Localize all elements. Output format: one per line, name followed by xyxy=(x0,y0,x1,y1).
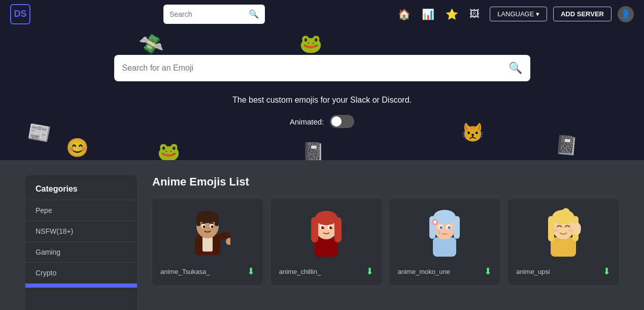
svg-rect-4 xyxy=(196,216,200,226)
floating-emoji-3: 📰 xyxy=(26,120,53,145)
navbar-search-icon: 🔍 xyxy=(249,9,259,19)
floating-emoji-2: 🐸 xyxy=(299,33,322,54)
sidebar-item-pepe[interactable]: Pepe xyxy=(25,200,137,221)
svg-rect-22 xyxy=(433,237,456,257)
svg-point-34 xyxy=(449,229,455,232)
emoji-card-footer-2: anime_moko_une ⬇ xyxy=(398,262,492,277)
sidebar-item-crypto[interactable]: Crypto xyxy=(25,263,137,284)
home-icon[interactable]: 🏠 xyxy=(398,8,411,20)
navbar-right: LANGUAGE ▾ ADD SERVER 👤 xyxy=(490,6,634,22)
svg-point-33 xyxy=(434,229,440,232)
emoji-img-3 xyxy=(540,207,586,258)
navbar-search-container: 🔍 xyxy=(163,5,265,24)
hero-section: 💸 🐸 📰 😊 😾 📓 🐸 📓 🔍 The best custom emojis… xyxy=(0,28,644,160)
svg-rect-15 xyxy=(334,217,342,242)
hero-tagline: The best custom emojis for your Slack or… xyxy=(232,96,412,105)
svg-point-40 xyxy=(552,229,559,232)
svg-rect-1 xyxy=(202,236,213,252)
svg-rect-14 xyxy=(311,217,318,242)
emoji-download-btn-0[interactable]: ⬇ xyxy=(247,266,255,277)
emoji-grid-section: Anime Emojis List xyxy=(152,175,619,310)
emoji-img-1 xyxy=(303,207,349,258)
emoji-card-2[interactable]: anime_moko_une ⬇ xyxy=(390,199,500,285)
emoji-card-name-3: anime_upsi xyxy=(516,268,603,275)
animated-label: Animated: xyxy=(290,117,324,126)
svg-rect-11 xyxy=(315,237,338,257)
sidebar-item-nsfw[interactable]: NSFW(18+) xyxy=(25,221,137,242)
floating-emoji-7: 🐸 xyxy=(157,141,180,160)
emoji-card-3[interactable]: anime_upsi ⬇ xyxy=(508,199,619,285)
navbar-search-wrap: 🔍 xyxy=(41,5,388,24)
language-button[interactable]: LANGUAGE ▾ xyxy=(490,7,547,21)
emoji-card-footer-0: anime_Tsukasa_ ⬇ xyxy=(160,262,255,277)
svg-point-13 xyxy=(315,211,337,225)
emoji-grid-title: Anime Emojis List xyxy=(152,175,619,189)
svg-point-28 xyxy=(433,221,436,224)
sidebar-bottom-bar xyxy=(25,284,137,288)
hero-search-bar: 🔍 xyxy=(114,55,530,81)
emoji-download-btn-1[interactable]: ⬇ xyxy=(366,266,374,277)
floating-emoji-6: 📓 xyxy=(554,134,579,157)
animated-toggle-wrap xyxy=(330,115,354,128)
main-content: Categories Pepe NSFW(18+) Gaming Crypto … xyxy=(0,160,644,310)
svg-rect-26 xyxy=(454,216,460,239)
floating-emoji-5: 😾 xyxy=(461,122,484,143)
navbar: DS 🔍 🏠 📊 ⭐ 🖼 LANGUAGE ▾ ADD SERVER 👤 xyxy=(0,0,644,28)
emoji-img-2 xyxy=(422,207,467,258)
image-icon[interactable]: 🖼 xyxy=(469,8,480,20)
add-server-button[interactable]: ADD SERVER xyxy=(553,7,612,21)
hero-search-input[interactable] xyxy=(122,64,509,73)
emoji-grid: anime_Tsukasa_ ⬇ xyxy=(152,199,619,285)
floating-emoji-1: 💸 xyxy=(137,32,164,58)
stats-icon[interactable]: 📊 xyxy=(422,8,434,20)
svg-point-21 xyxy=(331,227,332,228)
svg-point-32 xyxy=(448,226,451,229)
svg-rect-38 xyxy=(548,216,554,241)
emoji-card-name-1: anime_chillin_ xyxy=(279,268,366,275)
emoji-card-1[interactable]: anime_chillin_ ⬇ xyxy=(271,199,382,285)
svg-point-8 xyxy=(202,226,205,228)
svg-point-9 xyxy=(211,226,213,228)
site-logo[interactable]: DS xyxy=(10,4,30,24)
navbar-search-input[interactable] xyxy=(170,10,245,18)
svg-rect-5 xyxy=(215,216,219,226)
emoji-download-btn-3[interactable]: ⬇ xyxy=(603,266,611,277)
hero-search-icon: 🔍 xyxy=(509,61,522,75)
sidebar-header: Categories xyxy=(25,175,137,200)
emoji-card-name-0: anime_Tsukasa_ xyxy=(160,268,247,275)
sidebar-item-gaming[interactable]: Gaming xyxy=(25,242,137,263)
sidebar: Categories Pepe NSFW(18+) Gaming Crypto xyxy=(25,175,137,310)
svg-point-20 xyxy=(323,227,324,228)
emoji-card-footer-3: anime_upsi ⬇ xyxy=(516,262,611,277)
emoji-card-0[interactable]: anime_Tsukasa_ ⬇ xyxy=(152,199,263,285)
user-avatar[interactable]: 👤 xyxy=(618,6,634,22)
navbar-icons: 🏠 📊 ⭐ 🖼 xyxy=(398,8,480,20)
emoji-img-0 xyxy=(185,207,230,258)
emoji-card-footer-1: anime_chillin_ ⬇ xyxy=(279,262,374,277)
animated-toggle[interactable] xyxy=(330,115,354,128)
emoji-card-name-2: anime_moko_une xyxy=(398,268,485,275)
star-icon[interactable]: ⭐ xyxy=(446,8,458,20)
floating-emoji-8: 📓 xyxy=(302,141,325,160)
floating-emoji-4: 😊 xyxy=(66,137,89,159)
svg-rect-35 xyxy=(551,237,576,257)
animated-row: Animated: xyxy=(290,115,355,128)
emoji-download-btn-2[interactable]: ⬇ xyxy=(484,266,492,277)
svg-point-31 xyxy=(439,226,443,229)
